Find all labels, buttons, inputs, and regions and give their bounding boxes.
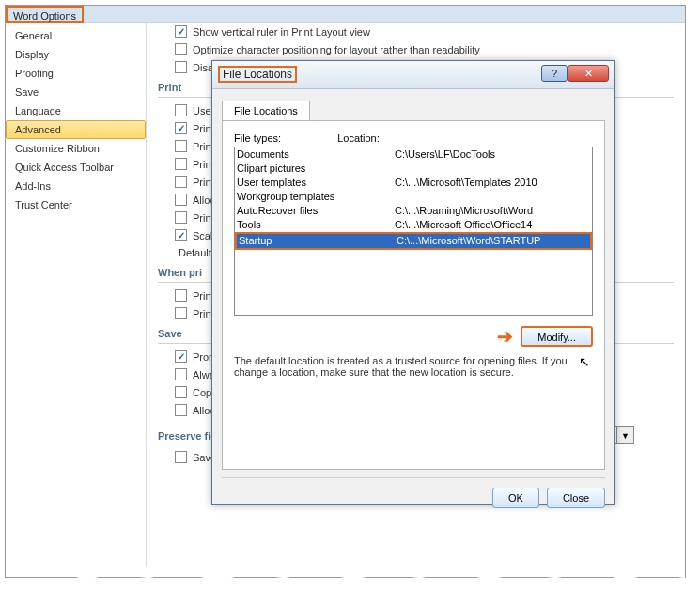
file-locations-dialog: File Locations ? ✕ File Locations File t… xyxy=(211,60,615,505)
annotation-arrow-icon: ➔ xyxy=(497,325,513,348)
file-locations-list[interactable]: DocumentsC:\Users\LF\DocTools Clipart pi… xyxy=(234,147,593,316)
window-title: Word Options xyxy=(6,6,84,23)
ok-button[interactable]: OK xyxy=(492,488,539,508)
option-row: Optimize character positioning for layou… xyxy=(158,40,674,58)
checkbox[interactable] xyxy=(175,211,187,224)
torn-edge xyxy=(676,23,685,577)
list-item: AutoRecover filesC:\...\Roaming\Microsof… xyxy=(235,204,592,218)
option-label: Disa xyxy=(193,62,213,73)
checkbox[interactable] xyxy=(175,104,187,116)
checkbox[interactable] xyxy=(175,25,187,38)
sidebar-item-display[interactable]: Display xyxy=(6,45,146,64)
checkbox[interactable] xyxy=(175,289,187,302)
checkbox[interactable] xyxy=(175,404,187,416)
list-item: User templatesC:\...\Microsoft\Templates… xyxy=(235,176,592,190)
sidebar-item-customize-ribbon[interactable]: Customize Ribbon xyxy=(6,139,146,158)
list-item: Clipart pictures xyxy=(235,162,592,176)
option-label: Optimize character positioning for layou… xyxy=(193,44,480,55)
sidebar-item-general[interactable]: General xyxy=(6,26,146,45)
close-button[interactable]: Close xyxy=(547,488,605,508)
checkbox[interactable] xyxy=(175,229,187,241)
checkbox[interactable] xyxy=(175,350,187,363)
modify-button[interactable]: Modify... xyxy=(521,326,593,347)
list-item: ToolsC:\...\Microsoft Office\Office14 xyxy=(235,218,592,232)
separator xyxy=(222,477,605,478)
help-button[interactable]: ? xyxy=(541,65,568,82)
sidebar-item-add-ins[interactable]: Add-Ins xyxy=(6,177,146,195)
checkbox[interactable] xyxy=(175,386,187,398)
sidebar-item-quick-access-toolbar[interactable]: Quick Access Toolbar xyxy=(6,158,146,177)
list-item: DocumentsC:\Users\LF\DocTools xyxy=(235,147,592,162)
tab-file-locations[interactable]: File Locations xyxy=(222,101,310,120)
option-label: Cop xyxy=(193,387,211,398)
checkbox[interactable] xyxy=(175,194,187,206)
sidebar-item-advanced[interactable]: Advanced xyxy=(6,120,146,139)
checkbox[interactable] xyxy=(175,61,187,73)
option-row: Show vertical ruler in Print Layout view xyxy=(158,23,674,40)
checkbox[interactable] xyxy=(175,140,187,152)
sidebar-item-trust-center[interactable]: Trust Center xyxy=(6,195,146,214)
sidebar-item-save[interactable]: Save xyxy=(6,83,146,101)
list-item: Workgroup templates xyxy=(235,190,592,204)
column-file-types: File types: xyxy=(234,132,281,144)
window-titlebar: Word Options xyxy=(6,6,685,23)
checkbox[interactable] xyxy=(175,451,187,463)
tab-page: File types: Location: DocumentsC:\Users\… xyxy=(222,120,605,470)
dialog-titlebar[interactable]: File Locations ? ✕ xyxy=(212,61,614,89)
checkbox[interactable] xyxy=(175,368,187,380)
dialog-title: File Locations xyxy=(218,66,297,83)
sidebar-item-language[interactable]: Language xyxy=(6,101,146,120)
sidebar-item-proofing[interactable]: Proofing xyxy=(6,64,146,83)
option-label: Use xyxy=(193,105,211,116)
close-window-button[interactable]: ✕ xyxy=(568,65,609,82)
checkbox[interactable] xyxy=(175,176,187,188)
hint-text: The default location is treated as a tru… xyxy=(234,353,593,380)
checkbox[interactable] xyxy=(175,43,187,55)
options-sidebar: General Display Proofing Save Language A… xyxy=(6,23,147,577)
checkbox[interactable] xyxy=(175,158,187,170)
column-location: Location: xyxy=(281,132,593,144)
option-label: Show vertical ruler in Print Layout view xyxy=(193,26,370,38)
chevron-down-icon[interactable]: ▼ xyxy=(616,427,633,443)
checkbox[interactable] xyxy=(175,122,187,134)
list-item-selected: StartupC:\...\Microsoft\Word\STARTUP xyxy=(235,232,592,250)
checkbox[interactable] xyxy=(175,307,187,319)
